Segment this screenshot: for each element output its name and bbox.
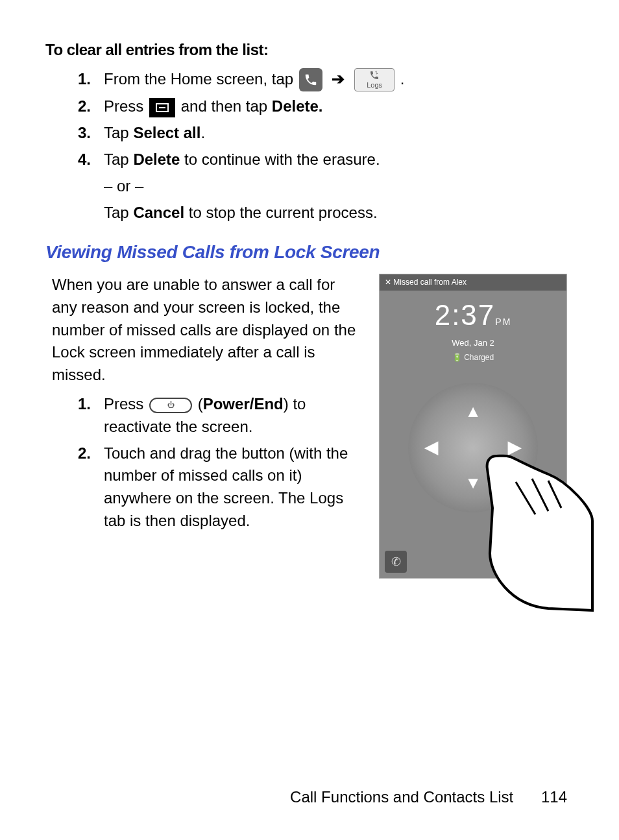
phone-shortcut-icon: ✆ <box>385 551 407 573</box>
logs-icon: Logs <box>354 68 394 91</box>
step-2: 2. Press and then tap Delete. <box>78 95 574 118</box>
text: to stop the current process. <box>189 204 378 221</box>
subheading-viewing-missed: Viewing Missed Calls from Lock Screen <box>45 239 574 266</box>
arrow-left-icon: ◀ <box>425 435 438 460</box>
text: Press <box>104 395 143 413</box>
step-4: 4. Tap Delete to continue with the erasu… <box>78 149 574 171</box>
step-number: 4. <box>78 149 104 171</box>
step-body: Touch and drag the button (with the numb… <box>104 442 363 533</box>
text: Tap <box>104 150 129 168</box>
text: Tap <box>104 204 129 221</box>
step-body: Press and then tap Delete. <box>104 95 574 118</box>
text: . <box>200 124 205 141</box>
lockscreen-illustration: ✕ Missed call from Alex 2:37PM Wed, Jan … <box>379 274 574 579</box>
step-number: 1. <box>78 68 104 91</box>
step-4-alt: Tap Cancel to stop the current process. <box>104 202 574 224</box>
text: Press <box>104 97 143 115</box>
step-3: 3. Tap Select all. <box>78 122 574 145</box>
text: Tap <box>104 124 129 141</box>
step-number: 1. <box>78 393 104 416</box>
step-number: 2. <box>78 95 104 118</box>
logs-label: Logs <box>367 80 382 91</box>
bold-delete: Delete. <box>272 97 323 115</box>
menu-icon <box>149 98 175 117</box>
text: . <box>400 70 405 88</box>
lockscreen-notification: ✕ Missed call from Alex <box>380 274 566 291</box>
step-2-b: 2. Touch and drag the button (with the n… <box>78 442 363 533</box>
power-button-icon: ⏻ <box>149 398 192 413</box>
lockscreen-time: 2:37PM <box>380 294 566 336</box>
bold-select-all: Select all <box>133 124 200 141</box>
text: ( <box>198 395 203 413</box>
bold-cancel: Cancel <box>133 204 184 221</box>
step-body: Tap Delete to continue with the erasure. <box>104 149 574 171</box>
step-1: 1. From the Home screen, tap ➔ Logs . <box>78 68 574 92</box>
text: and then tap <box>181 97 267 115</box>
section-title-clear-list: To clear all entries from the list: <box>45 39 574 62</box>
or-text: – or – <box>104 175 574 198</box>
arrow-up-icon: ▲ <box>465 400 481 424</box>
bold-delete: Delete <box>133 150 180 168</box>
time-value: 2:37 <box>435 299 496 331</box>
phone-icon <box>299 68 322 91</box>
step-body: Press ⏻ (Power/End) to reactivate the sc… <box>104 393 363 438</box>
lockscreen-charged: 🔋 Charged <box>380 352 566 363</box>
text: to continue with the erasure. <box>184 150 380 168</box>
intro-paragraph: When you are unable to answer a call for… <box>52 274 363 387</box>
step-number: 2. <box>78 442 104 465</box>
step-1-b: 1. Press ⏻ (Power/End) to reactivate the… <box>78 393 363 438</box>
text: From the Home screen, tap <box>104 70 293 88</box>
arrow-icon: ➔ <box>332 70 345 88</box>
bold-power-end: Power/End <box>203 395 284 413</box>
time-ampm: PM <box>495 317 511 327</box>
page-footer: Call Functions and Contacts List 114 <box>290 786 567 809</box>
page-number: 114 <box>541 788 567 806</box>
step-number: 3. <box>78 122 104 145</box>
step-body: Tap Select all. <box>104 122 574 145</box>
lockscreen-date: Wed, Jan 2 <box>380 337 566 350</box>
hand-gesture-icon <box>464 443 594 612</box>
step-body: From the Home screen, tap ➔ Logs . <box>104 68 574 92</box>
chapter-name: Call Functions and Contacts List <box>290 788 513 806</box>
